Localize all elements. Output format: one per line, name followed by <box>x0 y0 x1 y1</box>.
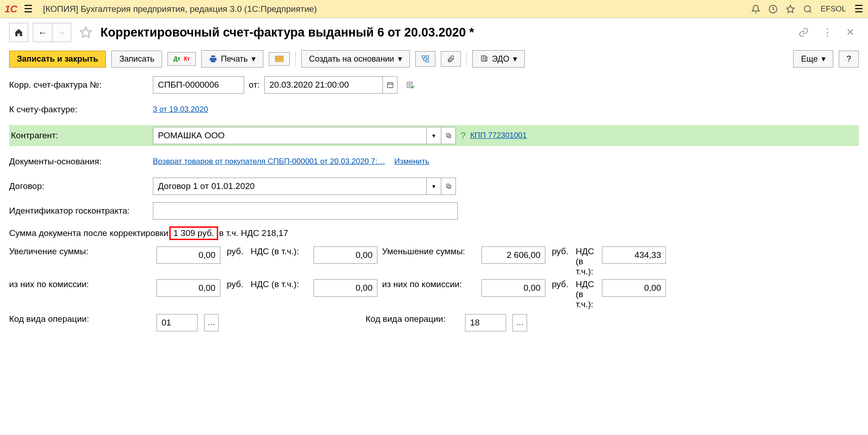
commission-label2: из них по комиссии: <box>382 279 478 289</box>
basis-change-link[interactable]: Изменить <box>394 157 429 166</box>
open-button[interactable] <box>441 178 456 195</box>
rub-label: руб. <box>552 279 568 289</box>
chevron-down-icon: ▾ <box>513 54 517 64</box>
to-invoice-label: К счету-фактуре: <box>9 105 153 115</box>
increase-input[interactable] <box>157 246 220 264</box>
search-icon[interactable] <box>803 5 812 14</box>
vat-label: НДС (в т.ч.): <box>251 246 310 257</box>
gov-id-input[interactable] <box>153 202 458 220</box>
vat-label-multi: НДС (в т.ч.): <box>575 246 598 277</box>
commission-label: из них по комиссии: <box>9 279 153 289</box>
decrease-label: Уменьшение суммы: <box>382 246 478 257</box>
write-button[interactable]: Записать <box>111 51 162 68</box>
basis-docs-label: Документы-основания: <box>9 157 153 167</box>
separator <box>295 52 296 66</box>
dropdown-button[interactable]: ▾ <box>427 178 441 195</box>
print-button[interactable]: Печать ▾ <box>201 50 263 68</box>
counterparty-input[interactable] <box>153 127 427 144</box>
separator <box>466 52 467 66</box>
commission1-input[interactable] <box>157 279 220 297</box>
svg-point-2 <box>805 5 810 11</box>
increase-vat-input[interactable] <box>314 246 377 264</box>
from-label: от: <box>249 80 260 90</box>
to-invoice-link[interactable]: 3 от 19.03.2020 <box>153 105 208 114</box>
help-icon[interactable]: ? <box>460 131 465 141</box>
decrease-input[interactable] <box>481 246 545 264</box>
dtkt-button[interactable]: ДтКт <box>167 52 196 66</box>
sum-suffix: в т.ч. НДС 218,17 <box>219 228 288 238</box>
mail-button[interactable] <box>269 52 290 66</box>
svg-marker-1 <box>787 5 795 12</box>
decrease-vat-input[interactable] <box>602 246 666 264</box>
op-code-label: Код вида операции: <box>9 314 153 324</box>
chevron-down-icon: ▾ <box>251 54 256 64</box>
print-label: Печать <box>221 54 248 64</box>
posted-icon[interactable] <box>406 81 415 89</box>
user-label[interactable]: EFSOL <box>821 5 846 14</box>
kebab-icon[interactable]: ⋮ <box>822 26 832 38</box>
chevron-down-icon: ▾ <box>398 54 402 64</box>
svg-rect-5 <box>275 56 283 62</box>
settings-menu-icon[interactable]: ☰ <box>854 3 863 15</box>
svg-rect-7 <box>426 56 428 58</box>
link-icon[interactable] <box>799 27 809 37</box>
svg-line-3 <box>810 10 811 12</box>
commission-vat2-input[interactable] <box>602 279 666 297</box>
write-close-button[interactable]: Записать и закрыть <box>9 51 106 68</box>
app-title: [КОПИЯ] Бухгалтерия предприятия, редакци… <box>43 4 745 14</box>
svg-rect-8 <box>426 60 428 62</box>
picker-button[interactable]: … <box>204 314 219 331</box>
star-icon[interactable] <box>786 5 795 14</box>
forward-button[interactable]: → <box>52 23 71 42</box>
corr-num-label: Корр. счет-фактура №: <box>9 80 153 90</box>
rub-label: руб. <box>227 246 243 257</box>
rub-label: руб. <box>227 279 243 289</box>
svg-marker-4 <box>80 27 91 37</box>
open-button[interactable] <box>441 127 456 144</box>
contract-label: Договор: <box>9 181 153 191</box>
contract-input[interactable] <box>153 178 427 195</box>
vat-label: НДС (в т.ч.): <box>251 279 310 289</box>
help-button[interactable]: ? <box>839 51 859 68</box>
more-label: Еще <box>801 54 818 64</box>
op-code1-input[interactable] <box>157 314 198 331</box>
svg-rect-13 <box>387 83 393 88</box>
vat-label-multi2: НДС (в т.ч.): <box>575 279 598 309</box>
home-button[interactable] <box>9 23 28 42</box>
structure-button[interactable] <box>415 51 435 67</box>
more-button[interactable]: Еще ▾ <box>793 50 833 68</box>
create-based-label: Создать на основании <box>309 54 394 64</box>
kpp-link[interactable]: КПП 772301001 <box>470 131 527 140</box>
history-icon[interactable] <box>769 5 778 14</box>
edo-label: ЭДО <box>492 54 510 64</box>
chevron-down-icon: ▾ <box>821 54 826 64</box>
menu-icon[interactable]: ☰ <box>24 3 33 15</box>
calendar-button[interactable] <box>383 76 397 94</box>
edo-button[interactable]: ЭДО ▾ <box>472 50 525 68</box>
sum-value-highlighted: 1 309 руб. <box>169 226 218 240</box>
basis-docs-link[interactable]: Возврат товаров от покупателя СПБП-00000… <box>153 157 385 166</box>
page-title: Корректировочный счет-фактура выданный 6… <box>100 26 474 40</box>
back-button[interactable]: ← <box>33 23 52 42</box>
picker-button[interactable]: … <box>512 314 527 331</box>
op-code-label2: Код вида операции: <box>366 314 461 324</box>
op-code2-input[interactable] <box>465 314 506 331</box>
bell-icon[interactable] <box>751 5 760 14</box>
counterparty-label: Контрагент: <box>9 131 153 141</box>
dropdown-button[interactable]: ▾ <box>427 127 441 144</box>
create-based-button[interactable]: Создать на основании ▾ <box>301 50 410 68</box>
corr-num-input[interactable] <box>153 76 244 94</box>
commission-vat1-input[interactable] <box>314 279 377 297</box>
commission2-input[interactable] <box>481 279 545 297</box>
sum-prefix: Сумма документа после корректировки <box>9 228 168 238</box>
gov-id-label: Идентификатор госконтракта: <box>9 206 153 216</box>
rub-label: руб. <box>552 246 568 257</box>
attach-button[interactable] <box>441 51 461 67</box>
date-input[interactable] <box>264 76 383 94</box>
svg-rect-6 <box>422 56 424 58</box>
favorite-icon[interactable] <box>79 26 92 39</box>
logo-1c: 1C <box>5 3 17 15</box>
increase-label: Увеличение суммы: <box>9 246 153 257</box>
close-icon[interactable]: ✕ <box>846 26 854 38</box>
